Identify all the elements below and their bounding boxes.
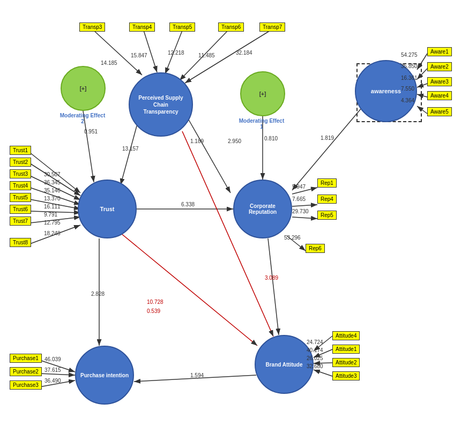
edge-label-0539: 0.539 (147, 308, 160, 314)
box-trust4: Trust4 (10, 181, 31, 190)
box-trust1: Trust1 (10, 146, 31, 155)
box-transp3: Transp3 (79, 23, 105, 32)
edge-label-1819: 1.819 (321, 135, 334, 141)
box-attitude2: Attitude2 (332, 358, 360, 367)
node-trust: Trust (78, 180, 137, 238)
box-aware5: Aware5 (427, 107, 452, 116)
edge-label-5947: 5.947 (292, 184, 306, 190)
svg-line-39 (314, 370, 332, 376)
edge-label-54275: 54.275 (401, 52, 418, 58)
edge-label-32680: 32.680 (307, 363, 323, 369)
edge-label-37615: 37.615 (44, 367, 61, 373)
svg-line-3 (144, 31, 157, 72)
edge-label-3089: 3.089 (265, 275, 278, 281)
box-trust5: Trust5 (10, 193, 31, 202)
edge-label-2950: 2.950 (228, 138, 241, 144)
node-perceived-sct: Perceived SupplyChainTransparency (129, 72, 193, 137)
box-aware2: Aware2 (427, 62, 452, 71)
svg-line-9 (188, 118, 230, 193)
edge-label-1189: 1.189 (190, 138, 204, 144)
edge-label-11485: 11.485 (198, 53, 215, 58)
box-rep4: Rep4 (317, 195, 337, 204)
box-transp4: Transp4 (129, 23, 155, 32)
edge-label-7550: 7.550 (401, 86, 414, 92)
edge-label-36345: 36.345 (44, 180, 61, 185)
awareness-label: awareness (371, 88, 401, 94)
diagram-container: [+] Moderating Effect2 Perceived SupplyC… (0, 0, 476, 448)
box-purchase3: Purchase3 (10, 380, 42, 390)
box-aware4: Aware4 (427, 91, 452, 100)
edge-label-0810: 0.810 (264, 136, 278, 141)
edge-label-35850: 35.850 (401, 63, 418, 69)
box-attitude3: Attitude3 (332, 371, 360, 380)
box-attitude4: Attitude4 (332, 331, 360, 340)
box-attitude1: Attitude1 (332, 345, 360, 354)
edge-label-24724: 24.724 (307, 339, 323, 345)
corp-rep-label: CorporateReputation (249, 203, 277, 215)
edge-label-40174: 40.174 (307, 347, 323, 353)
box-aware1: Aware1 (427, 47, 452, 56)
edge-label-7665: 7.665 (292, 196, 306, 202)
edge-label-14185: 14.185 (101, 60, 117, 66)
box-rep1: Rep1 (317, 178, 337, 188)
box-trust2: Trust2 (10, 158, 31, 167)
svg-line-22 (292, 205, 317, 206)
svg-line-35 (268, 238, 279, 335)
edge-label-4364: 4.364 (401, 98, 414, 103)
edge-label-30507: 30.507 (44, 171, 61, 177)
box-transp5: Transp5 (169, 23, 195, 32)
edge-label-16111: 16.111 (44, 204, 61, 210)
edge-label-6338: 6.338 (181, 201, 195, 207)
edge-label-1594: 1.594 (190, 372, 204, 378)
box-purchase1: Purchase1 (10, 354, 42, 363)
edge-label-12218: 12.218 (168, 50, 184, 56)
perceived-sct-label: Perceived SupplyChainTransparency (138, 94, 183, 115)
box-trust7: Trust7 (10, 216, 31, 226)
trust-label: Trust (100, 206, 115, 212)
edge-label-10728: 10.728 (147, 299, 163, 305)
edge-label-13370: 13.370 (44, 196, 61, 201)
edge-label-26025: 26.025 (307, 355, 323, 361)
node-brand-attitude: Brand Attitude (255, 335, 314, 394)
edge-label-32184: 32.184 (236, 50, 252, 56)
node-moderating-effect-2: [+] (61, 66, 106, 111)
edge-label-12795: 12.795 (44, 220, 61, 226)
svg-line-40 (121, 233, 257, 346)
mod-effect-2-text: Moderating Effect2 (56, 113, 109, 124)
svg-line-11 (292, 104, 365, 190)
box-trust3: Trust3 (10, 169, 31, 178)
node-purchase-intention: Purchase intention (75, 346, 134, 405)
box-transp7: Transp7 (259, 23, 285, 32)
svg-line-33 (40, 374, 75, 375)
edge-label-35146: 35.146 (44, 188, 61, 193)
brand-attitude-label: Brand Attitude (265, 362, 302, 368)
edge-label-16361: 16.361 (401, 75, 418, 81)
edge-label-46039: 46.039 (44, 356, 61, 362)
edge-label-0951: 0.951 (84, 129, 98, 135)
edge-label-9791: 9.791 (44, 212, 57, 218)
svg-line-8 (121, 122, 138, 185)
node-corporate-rep: CorporateReputation (233, 180, 292, 238)
edge-label-53296: 53.296 (284, 235, 301, 241)
box-trust8: Trust8 (10, 238, 31, 247)
box-rep6: Rep6 (306, 244, 325, 253)
svg-line-23 (292, 217, 317, 219)
edge-label-2828: 2.828 (91, 291, 105, 297)
box-aware3: Aware3 (427, 77, 452, 86)
box-transp6: Transp6 (218, 23, 244, 32)
mod-effect-1-text: Moderating Effect1 (235, 118, 288, 130)
edge-label-13157: 13.157 (122, 146, 139, 152)
edge-label-29730: 29.730 (292, 208, 309, 214)
edge-label-18248: 18.248 (44, 230, 61, 236)
purchase-intention-label: Purchase intention (80, 372, 129, 378)
box-purchase2: Purchase2 (10, 367, 42, 376)
edge-label-36490: 36.490 (44, 378, 61, 384)
box-rep5: Rep5 (317, 211, 337, 220)
box-trust6: Trust6 (10, 205, 31, 214)
mod-effect-2-label: [+] (80, 86, 87, 92)
node-moderating-effect-1: [+] (240, 71, 285, 116)
edge-label-15847: 15.847 (131, 53, 147, 58)
mod-effect-1-label: [+] (259, 91, 266, 97)
